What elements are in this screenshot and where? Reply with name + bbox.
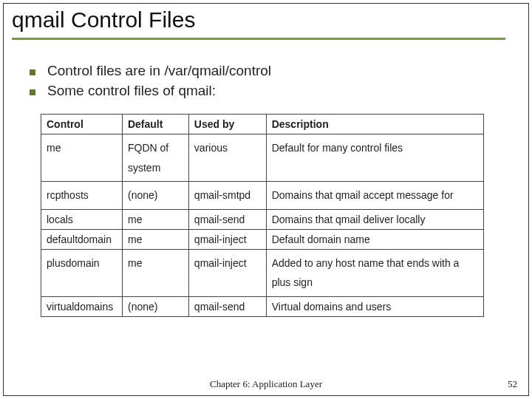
footer-chapter: Chapter 6: Application Layer bbox=[210, 378, 322, 390]
slide-border bbox=[3, 3, 529, 396]
footer-page-number: 52 bbox=[508, 378, 517, 390]
